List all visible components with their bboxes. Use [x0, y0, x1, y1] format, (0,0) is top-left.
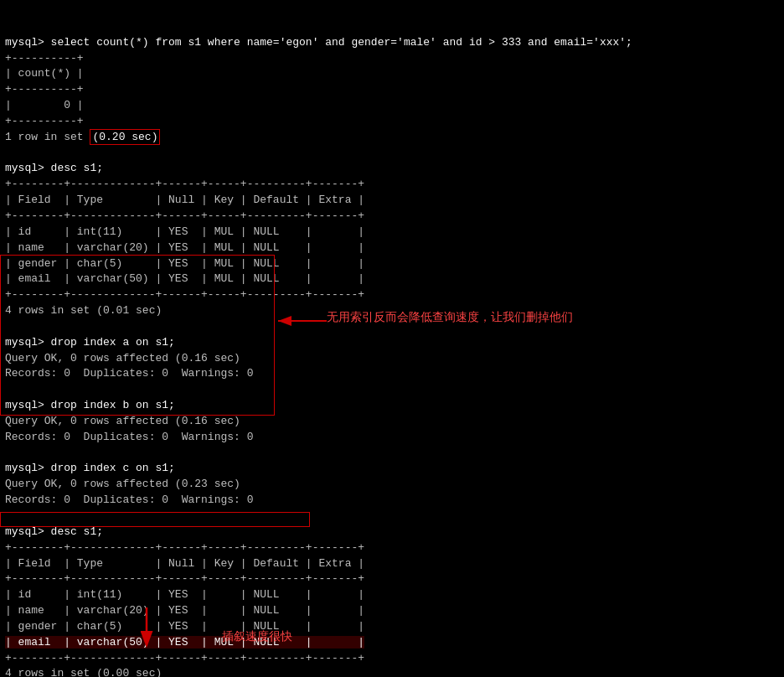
- cmd-1: mysql> select count(*) from s1 where nam…: [5, 36, 632, 49]
- annotation-speed: 插叙速度很快: [222, 629, 292, 644]
- drop-index-a: mysql> drop index a on s1; Query OK, 0 r…: [5, 336, 253, 380]
- drop-index-c: mysql> drop index c on s1; Query OK, 0 r…: [5, 462, 253, 506]
- drop-index-b: mysql> drop index b on s1; Query OK, 0 r…: [5, 399, 253, 443]
- line-2: +----------+ | count(*) | +----------+ |…: [5, 52, 160, 145]
- cmd-drop-a: mysql> drop index a on s1;: [5, 336, 175, 349]
- cmd-desc1: mysql> desc s1;: [5, 162, 103, 174]
- cmd-drop-b: mysql> drop index b on s1;: [5, 399, 175, 411]
- desc-s1-cmd: mysql> desc s1; +--------+-------------+…: [5, 162, 364, 317]
- email-row-highlighted: | email | varchar(50) | YES | MUL | NULL…: [5, 636, 364, 649]
- after-highlight: +--------+-------------+------+-----+---…: [5, 652, 364, 677]
- cmd-desc2: mysql> desc s1;: [5, 525, 103, 538]
- terminal-output: mysql> select count(*) from s1 where nam…: [0, 0, 784, 677]
- desc-s1-cmd2: mysql> desc s1; +--------+-------------+…: [5, 525, 364, 633]
- line-1: mysql> select count(*) from s1 where nam…: [5, 36, 632, 49]
- timing-highlight-1: (0.20 sec): [90, 129, 160, 145]
- cmd-drop-c: mysql> drop index c on s1;: [5, 462, 175, 474]
- annotation-useless-index: 无用索引反而会降低查询速度，让我们删掉他们: [327, 310, 573, 325]
